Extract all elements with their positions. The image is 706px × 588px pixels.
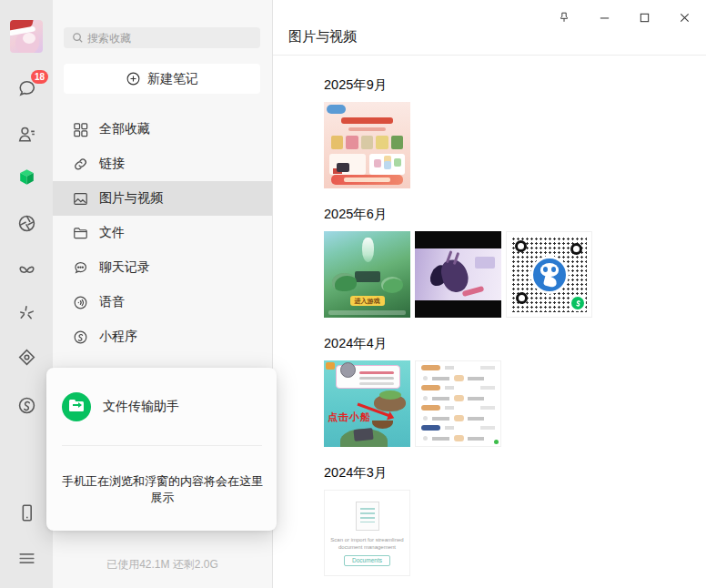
date-group-label: 2025年6月 xyxy=(324,206,706,223)
thumb-documents-button-text: Documents xyxy=(344,555,390,566)
date-group-label: 2024年4月 xyxy=(324,335,706,352)
date-group-label: 2025年9月 xyxy=(324,76,706,94)
thumb-art xyxy=(332,273,357,291)
thumb-art xyxy=(336,365,400,389)
popup-title: 文件传输助手 xyxy=(103,399,179,415)
s-circle-nav-button[interactable] xyxy=(15,393,38,417)
thumb-art xyxy=(326,362,335,370)
sidebar-item-label: 链接 xyxy=(99,156,125,172)
favorite-video-thumbnail[interactable] xyxy=(415,231,501,318)
favorite-image-thumbnail-document-app[interactable]: Scan or import for streamlined document … xyxy=(324,490,410,576)
document-icon xyxy=(356,502,379,531)
favorite-image-thumbnail-promo[interactable] xyxy=(324,102,410,188)
file-transfer-icon xyxy=(62,392,91,421)
thumb-art xyxy=(327,105,346,114)
thumb-art xyxy=(355,271,380,282)
favorite-image-thumbnail-game[interactable]: 进入游戏 xyxy=(324,231,410,318)
window-controls xyxy=(544,5,704,29)
contacts-icon xyxy=(15,123,38,146)
sidebar-item-images-videos[interactable]: 图片与视频 xyxy=(53,181,272,216)
thumbnail-row xyxy=(324,102,706,188)
favorite-image-thumbnail-island-game[interactable]: 点击小船 xyxy=(324,360,410,447)
sidebar-item-miniprograms[interactable]: 小程序 xyxy=(53,319,272,354)
link-icon xyxy=(72,156,89,173)
new-note-button[interactable]: 新建笔记 xyxy=(64,64,260,94)
pin-icon xyxy=(558,11,570,24)
thumb-art xyxy=(362,238,374,262)
navigation-rail: 18 xyxy=(0,0,53,588)
image-icon xyxy=(72,190,89,208)
main-panel: 图片与视频 xyxy=(273,0,706,588)
favorite-qr-code-thumbnail[interactable] xyxy=(506,231,592,318)
miniprogram-logo-icon xyxy=(570,295,586,311)
more-menu-button[interactable] xyxy=(15,546,38,570)
minimize-icon xyxy=(599,12,610,24)
maximize-icon xyxy=(639,12,651,24)
favorite-image-thumbnail-match-list[interactable] xyxy=(415,360,501,447)
sidebar-item-label: 聊天记录 xyxy=(99,259,150,276)
miniprogram-icon xyxy=(72,329,89,346)
sidebar-item-all-favorites[interactable]: 全部收藏 xyxy=(53,112,272,147)
favorites-nav-button[interactable] xyxy=(15,166,38,189)
page-title: 图片与视频 xyxy=(288,28,357,46)
sidebar-item-label: 小程序 xyxy=(99,329,137,345)
thumb-art xyxy=(353,428,373,441)
search-box xyxy=(64,27,260,48)
thumb-art xyxy=(329,154,366,175)
images-videos-grid: 2025年9月 2025年6月 xyxy=(273,56,706,588)
sidebar-item-links[interactable]: 链接 xyxy=(53,147,272,181)
avatar[interactable] xyxy=(10,20,43,53)
thumb-art xyxy=(421,424,495,444)
thumb-art xyxy=(421,364,495,384)
thumb-art xyxy=(381,277,403,293)
phone-nav-button[interactable] xyxy=(15,501,38,524)
thumb-caption-text: Scan or import for streamlined document … xyxy=(329,536,406,551)
popup-divider xyxy=(62,445,262,446)
sidebar-item-voice[interactable]: 语音 xyxy=(53,285,272,319)
favorites-menu: 全部收藏 链接 图片与视频 xyxy=(53,112,272,354)
contacts-nav-button[interactable] xyxy=(15,122,38,146)
avatar-art xyxy=(23,33,35,44)
thumb-art xyxy=(331,136,403,149)
maximize-button[interactable] xyxy=(624,5,664,29)
chat-nav-button[interactable]: 18 xyxy=(15,76,38,100)
thumb-art xyxy=(372,421,393,429)
miniprogram-panel-nav-button[interactable] xyxy=(15,345,38,369)
thumb-art xyxy=(421,404,495,424)
sidebar-item-chat-history[interactable]: 聊天记录 xyxy=(53,250,272,285)
moments-nav-button[interactable] xyxy=(15,211,38,235)
folder-icon xyxy=(72,225,89,242)
thumb-overlay-text: 点击小船 xyxy=(328,411,371,424)
panda-logo xyxy=(530,256,569,294)
thumb-art xyxy=(516,292,528,304)
thumb-art xyxy=(331,175,403,185)
search-discover-nav-button[interactable] xyxy=(15,300,38,324)
pin-button[interactable] xyxy=(544,5,584,29)
popup-header: 文件传输助手 xyxy=(46,368,277,421)
thumb-art xyxy=(379,390,401,400)
menu-hamburger-icon xyxy=(15,547,38,570)
chat-bubble-icon xyxy=(72,259,89,277)
search-input[interactable] xyxy=(64,27,260,48)
moments-aperture-icon xyxy=(15,212,38,235)
phone-icon xyxy=(15,502,38,524)
minimize-button[interactable] xyxy=(584,5,624,29)
miniprogram-panel-icon xyxy=(15,346,38,369)
thumbnail-row: 点击小船 xyxy=(324,360,706,447)
thumb-art xyxy=(421,384,495,404)
grid-icon xyxy=(72,121,89,138)
wechat-favorites-window: 18 xyxy=(0,0,706,588)
sidebar-item-label: 文件 xyxy=(99,225,125,241)
thumb-art xyxy=(415,248,501,300)
close-icon xyxy=(679,12,691,24)
close-button[interactable] xyxy=(664,5,704,29)
thumb-art xyxy=(515,240,527,252)
channels-nav-button[interactable] xyxy=(15,257,38,280)
plus-circle-icon xyxy=(126,71,141,86)
s-circle-icon xyxy=(15,394,38,417)
storage-text: 已使用42.1M 还剩2.0G xyxy=(106,557,218,573)
favorites-cube-icon xyxy=(15,167,38,189)
thumb-art xyxy=(570,243,582,255)
thumbnail-row: Scan or import for streamlined document … xyxy=(324,490,706,576)
sidebar-item-files[interactable]: 文件 xyxy=(53,216,272,250)
